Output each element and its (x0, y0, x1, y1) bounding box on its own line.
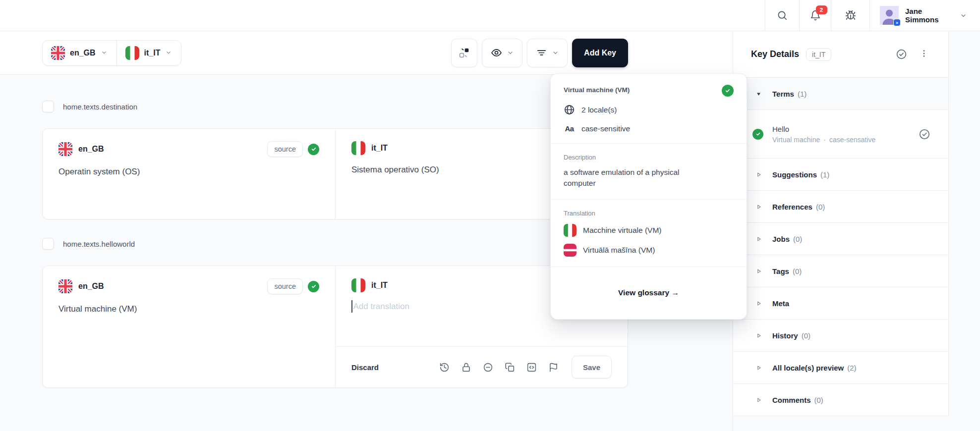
discard-button[interactable]: Discard (351, 363, 379, 372)
description-text: a software emulation of a physical compu… (564, 167, 700, 189)
topbar: 2 » Jane Simmons (0, 0, 980, 31)
section-count: (2) (847, 364, 856, 372)
case-sensitive-icon: Aa (564, 123, 575, 134)
key-name: home.texts.helloworld (63, 240, 135, 248)
chevron-down-icon (101, 49, 108, 56)
translation-placeholder: Add translation (353, 302, 409, 312)
section-count: (0) (802, 331, 810, 340)
visibility-options-button[interactable] (482, 39, 522, 67)
section-tags[interactable]: Tags (0) (733, 255, 948, 287)
globe-icon (564, 104, 575, 115)
section-history[interactable]: History (0) (733, 320, 948, 352)
eye-icon (491, 47, 502, 58)
filter-icon (536, 47, 547, 58)
locale-code: it_IT (371, 144, 388, 153)
source-locale-code: en_GB (70, 49, 96, 57)
section-label: Suggestions (772, 170, 817, 179)
chevron-down-icon (960, 12, 967, 19)
caret-right-icon (755, 396, 762, 404)
key-details-panel: Key Details it_IT Terms (1) Hello (733, 31, 980, 431)
glossary-translation-text: Macchine virtuale (VM) (583, 226, 662, 235)
key-name: home.texts.destination (63, 103, 137, 111)
caret-right-icon (755, 364, 762, 372)
filter-button[interactable] (527, 39, 568, 67)
section-count: (0) (793, 267, 802, 275)
section-all-locales-preview[interactable]: All locale(s) preview (2) (733, 352, 948, 384)
section-label: Terms (772, 90, 794, 98)
term-approved-icon (752, 129, 763, 140)
section-count: (0) (793, 235, 802, 243)
flag-it-it-icon (351, 278, 365, 292)
section-comments[interactable]: Comments (0) (733, 384, 948, 416)
approved-check-icon (308, 281, 319, 292)
section-count: (1) (820, 170, 829, 179)
user-name: Jane Simmons (905, 7, 953, 24)
section-references[interactable]: References (0) (733, 191, 948, 223)
section-suggestions[interactable]: Suggestions (1) (733, 159, 948, 191)
section-jobs[interactable]: Jobs (0) (733, 223, 948, 255)
translation-card: en_GB source Virtual machine (VM) it_IT (42, 266, 628, 388)
section-label: All locale(s) preview (772, 364, 844, 372)
search-button[interactable] (765, 0, 799, 31)
glossary-term-popup: Virtual machine (VM) 2 locale(s) Aa case… (550, 73, 747, 320)
section-label: References (772, 203, 812, 211)
term-subtitle: Virtual machine · case-sensative (772, 136, 875, 144)
kebab-menu-icon[interactable] (919, 49, 930, 60)
term-approved-icon (722, 85, 734, 97)
term-title: Hello (772, 125, 875, 133)
user-menu[interactable]: » Jane Simmons (869, 0, 980, 31)
target-locale-code: it_IT (144, 49, 161, 57)
source-locale-select[interactable]: en_GB (42, 40, 117, 66)
target-locale-select[interactable]: it_IT (116, 40, 182, 66)
flag-en-gb-icon (58, 279, 72, 293)
flag-it-it-icon (564, 224, 576, 237)
section-count: (1) (798, 90, 807, 98)
chevron-down-icon (507, 49, 514, 56)
section-terms[interactable]: Terms (1) (733, 78, 948, 110)
editor-toolbar: en_GB it_IT (0, 31, 733, 75)
view-glossary-link[interactable]: View glossary → (618, 288, 679, 297)
flag-it-it-icon (351, 141, 365, 155)
term-check-icon[interactable] (919, 128, 930, 140)
glossary-term: Virtual machine (VM) (564, 85, 630, 94)
flag-report-icon[interactable] (548, 362, 559, 373)
translation-editor-app: 2 » Jane Simmons (0, 0, 980, 431)
key-checkbox[interactable] (42, 101, 54, 112)
avatar-status-badge: » (893, 19, 901, 26)
source-segment[interactable]: en_GB source Operatin system (OS) (43, 129, 336, 219)
caret-right-icon (755, 203, 762, 211)
translation-label: Translation (564, 210, 734, 217)
source-segment[interactable]: en_GB source Virtual machine (VM) (43, 266, 336, 387)
exclude-icon[interactable] (483, 362, 493, 373)
notifications-button[interactable]: 2 (799, 0, 831, 31)
source-text: Operatin system (OS) (58, 167, 319, 177)
description-label: Description (564, 154, 734, 161)
flag-it-it-icon (125, 46, 139, 60)
section-label: History (772, 331, 798, 340)
editor-action-bar: Discard Save (336, 346, 628, 387)
history-icon[interactable] (439, 362, 450, 373)
chevron-down-icon (552, 49, 559, 56)
toolbar-actions: Add Key (451, 39, 628, 67)
section-meta[interactable]: Meta (733, 287, 948, 320)
flag-lv-lv-icon (564, 244, 576, 257)
locale-code: en_GB (78, 145, 104, 154)
source-badge: source (267, 278, 303, 294)
report-bug-button[interactable] (831, 0, 869, 31)
copy-icon[interactable] (505, 362, 515, 373)
save-button[interactable]: Save (572, 356, 612, 378)
swap-view-button[interactable] (451, 39, 477, 67)
section-label: Tags (772, 267, 789, 275)
language-pair-selector: en_GB it_IT (42, 40, 181, 66)
locale-code: it_IT (371, 281, 388, 290)
section-label: Meta (772, 299, 789, 308)
translation-card: en_GB source Operatin system (OS) it_IT (42, 128, 628, 219)
term-item[interactable]: Hello Virtual machine · case-sensative (733, 110, 948, 159)
add-key-button[interactable]: Add Key (572, 39, 628, 67)
key-checkbox[interactable] (42, 238, 54, 250)
code-icon[interactable] (526, 362, 537, 373)
dot-separator: · (823, 136, 826, 144)
approve-all-icon[interactable] (896, 49, 907, 60)
lock-icon[interactable] (461, 362, 471, 373)
notification-count-badge: 2 (816, 5, 827, 14)
